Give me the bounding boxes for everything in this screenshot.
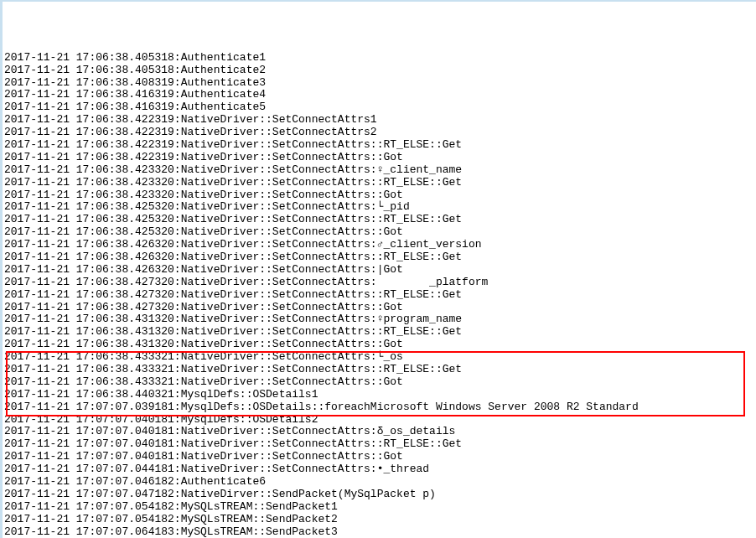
log-line: 2017-11-21 17:06:38.422319:NativeDriver:… — [4, 114, 756, 127]
log-line: 2017-11-21 17:06:38.425320:NativeDriver:… — [4, 214, 756, 226]
log-line: 2017-11-21 17:06:38.405318:Authenticate2 — [4, 65, 756, 77]
log-line: 2017-11-21 17:06:38.433321:NativeDriver:… — [4, 351, 756, 364]
log-line: 2017-11-21 17:06:38.433321:NativeDriver:… — [4, 376, 756, 389]
log-line: 2017-11-21 17:07:07.040181:MysqlDefs::OS… — [4, 414, 756, 427]
log-line: 2017-11-21 17:07:07.040181:NativeDriver:… — [4, 426, 756, 438]
log-line: 2017-11-21 17:07:07.054182:MySQLsTREAM::… — [4, 501, 756, 514]
log-line: 2017-11-21 17:06:38.423320:NativeDriver:… — [4, 164, 756, 177]
log-line: 2017-11-21 17:07:07.064183:MySQLsTREAM::… — [4, 526, 756, 538]
log-line: 2017-11-21 17:06:38.422319:NativeDriver:… — [4, 139, 756, 152]
log-line: 2017-11-21 17:07:07.039181:MysqlDefs::OS… — [4, 401, 756, 414]
log-line: 2017-11-21 17:06:38.433321:NativeDriver:… — [4, 364, 756, 376]
log-line: 2017-11-21 17:07:07.054182:MySQLsTREAM::… — [4, 514, 756, 526]
log-line: 2017-11-21 17:06:38.440321:MysqlDefs::OS… — [4, 389, 756, 401]
log-line: 2017-11-21 17:06:38.426320:NativeDriver:… — [4, 251, 756, 264]
log-line: 2017-11-21 17:06:38.425320:NativeDriver:… — [4, 226, 756, 239]
log-line: 2017-11-21 17:06:38.427320:NativeDriver:… — [4, 289, 756, 302]
log-line: 2017-11-21 17:07:07.046182:Authenticate6 — [4, 476, 756, 489]
log-line: 2017-11-21 17:06:38.408319:Authenticate3 — [4, 77, 756, 90]
log-line: 2017-11-21 17:06:38.416319:Authenticate5 — [4, 101, 756, 114]
log-line: 2017-11-21 17:06:38.423320:NativeDriver:… — [4, 189, 756, 202]
log-line: 2017-11-21 17:06:38.431320:NativeDriver:… — [4, 326, 756, 339]
log-viewer[interactable]: 2017-11-21 17:06:38.405318:Authenticate1… — [4, 52, 756, 538]
log-line: 2017-11-21 17:07:07.040181:NativeDriver:… — [4, 451, 756, 463]
log-line: 2017-11-21 17:06:38.426320:NativeDriver:… — [4, 239, 756, 251]
log-line: 2017-11-21 17:06:38.427320:NativeDriver:… — [4, 302, 756, 314]
log-line: 2017-11-21 17:07:07.040181:NativeDriver:… — [4, 438, 756, 451]
log-line: 2017-11-21 17:06:38.431320:NativeDriver:… — [4, 339, 756, 351]
log-line: 2017-11-21 17:06:38.427320:NativeDriver:… — [4, 277, 756, 289]
log-line: 2017-11-21 17:06:38.431320:NativeDriver:… — [4, 313, 756, 326]
log-line: 2017-11-21 17:06:38.405318:Authenticate1 — [4, 52, 756, 65]
log-line: 2017-11-21 17:07:07.044181:NativeDriver:… — [4, 463, 756, 476]
log-line: 2017-11-21 17:06:38.416319:Authenticate4 — [4, 89, 756, 101]
log-line: 2017-11-21 17:06:38.423320:NativeDriver:… — [4, 177, 756, 189]
log-line: 2017-11-21 17:07:07.047182:NativeDirver:… — [4, 489, 756, 501]
log-line: 2017-11-21 17:06:38.422319:NativeDriver:… — [4, 127, 756, 139]
log-line: 2017-11-21 17:06:38.426320:NativeDriver:… — [4, 264, 756, 277]
log-line: 2017-11-21 17:06:38.425320:NativeDriver:… — [4, 201, 756, 214]
log-line: 2017-11-21 17:06:38.422319:NativeDriver:… — [4, 152, 756, 164]
